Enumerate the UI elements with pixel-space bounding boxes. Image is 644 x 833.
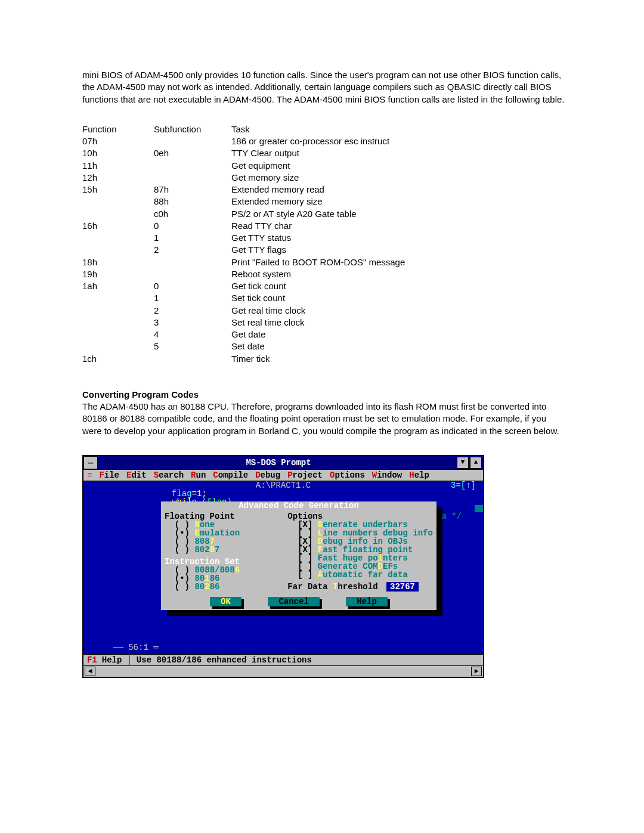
far-data-threshold-input[interactable]: 32767	[386, 582, 419, 592]
trailing-text: ta */	[436, 512, 462, 521]
menu-compile[interactable]: Compile	[213, 470, 248, 480]
checkbox-generate-comdefs[interactable]: [ ] Generate COMDEFs	[287, 562, 433, 571]
horizontal-scrollbar[interactable]: ◄ ►	[83, 665, 483, 677]
table-row: 4Get date	[82, 329, 411, 340]
table-row: 5Set date	[82, 340, 411, 352]
radio-fp-none[interactable]: ( ) None	[165, 521, 277, 529]
menu-system-icon[interactable]: ≡	[87, 471, 92, 479]
window-title: MS-DOS Prompt	[100, 459, 457, 467]
table-row: c0hPS/2 or AT style A20 Gate table	[82, 208, 411, 220]
table-row: 19hReboot system	[82, 268, 411, 280]
table-row: 07h186 or greater co-processor esc instr…	[82, 135, 411, 147]
converting-heading: Converting Program Codes	[82, 389, 566, 401]
menu-file[interactable]: File	[99, 470, 119, 480]
scroll-right-icon[interactable]: ►	[471, 667, 482, 676]
cancel-button[interactable]: Cancel	[268, 597, 319, 606]
radio-instr-80186[interactable]: (•) 80186	[165, 574, 277, 583]
menu-search[interactable]: Search	[154, 470, 184, 480]
editor-client: A:\PRACT1.C 3=[↑] flag=1; while (flag) t…	[83, 481, 483, 654]
advanced-codegen-dialog: Advanced Code Generation Floating Point …	[161, 501, 436, 610]
scroll-left-icon[interactable]: ◄	[85, 667, 95, 676]
table-row: 15h87hExtended memory read	[82, 184, 411, 196]
checkbox-fast-huge-pointers[interactable]: [ ] Fast huge pointers	[287, 554, 433, 562]
radio-fp-emulation[interactable]: (•) Emulation	[165, 529, 277, 537]
file-label: A:\PRACT1.C	[256, 481, 311, 490]
menu-project[interactable]: Project	[287, 470, 323, 480]
window-number: 3=[↑]	[451, 481, 476, 490]
table-row: 88hExtended memory size	[82, 196, 411, 208]
menu-help[interactable]: Help	[409, 470, 429, 480]
statusbar: F1 Help │ Use 80188/186 enhanced instruc…	[83, 654, 483, 665]
minimize-button[interactable]: ▼	[457, 457, 469, 469]
menu-options[interactable]: Options	[330, 470, 365, 480]
menu-window[interactable]: Window	[372, 470, 402, 480]
radio-instr-8088-8086[interactable]: ( ) 8088/8086	[165, 566, 277, 574]
table-row: 2Get real time clock	[82, 305, 411, 317]
bios-function-table: Function Subfunction Task 07h186 or grea…	[82, 123, 411, 365]
checkbox-automatic-far-data[interactable]: [ ] Automatic far data	[287, 571, 433, 579]
help-button[interactable]: Help	[346, 597, 388, 606]
status-f1: F1	[87, 656, 97, 664]
floating-point-header: Floating Point	[165, 512, 277, 521]
converting-paragraph: The ADAM-4500 has an 80188 CPU. Therefor…	[82, 401, 566, 437]
table-row: 12hGet memory size	[82, 172, 411, 184]
table-row: 1Get TTY status	[82, 232, 411, 244]
dos-window: — MS-DOS Prompt ▼ ▲ ≡ FileEditSearchRunC…	[82, 455, 484, 678]
th-subfunction: Subfunction	[154, 123, 231, 135]
menubar: ≡ FileEditSearchRunCompileDebugProjectOp…	[83, 470, 483, 481]
checkbox-line-numbers-debug-info[interactable]: [ ] Line numbers debug info	[287, 529, 433, 537]
cursor-position: ── 56:1 ═	[113, 643, 159, 652]
th-function: Function	[82, 123, 154, 135]
radio-fp-8087[interactable]: ( ) 8087	[165, 537, 277, 546]
table-row: 1ah0Get tick count	[82, 280, 411, 292]
table-row: 10h0ehTTY Clear output	[82, 147, 411, 159]
menu-debug[interactable]: Debug	[255, 470, 280, 480]
table-row: 2Get TTY flags	[82, 244, 411, 256]
checkbox-fast-floating-point[interactable]: [X] Fast floating point	[287, 546, 433, 554]
intro-paragraph: mini BIOS of ADAM-4500 only provides 10 …	[82, 69, 566, 106]
titlebar: — MS-DOS Prompt ▼ ▲	[83, 456, 483, 470]
maximize-button[interactable]: ▲	[470, 457, 482, 469]
table-row: 11hGet equipment	[82, 160, 411, 172]
system-menu-icon[interactable]: —	[83, 456, 98, 469]
menu-edit[interactable]: Edit	[126, 470, 147, 480]
table-row: 16h0Read TTY char	[82, 220, 411, 232]
radio-instr-80286[interactable]: ( ) 80286	[165, 583, 277, 591]
status-message: Use 80188/186 enhanced instructions	[137, 656, 312, 664]
table-row: 1Set tick count	[82, 292, 411, 304]
table-row: 3Set real time clock	[82, 317, 411, 329]
scrollbar-thumb[interactable]	[475, 505, 483, 512]
instruction-set-header: Instruction Set	[165, 558, 277, 566]
table-row: 1chTimer tick	[82, 353, 411, 365]
dialog-title: Advanced Code Generation	[161, 501, 436, 510]
menu-run[interactable]: Run	[191, 470, 206, 480]
radio-fp-80287[interactable]: ( ) 80287	[165, 546, 277, 554]
options-header: Options	[287, 512, 433, 521]
status-help: Help	[102, 656, 122, 664]
far-data-threshold-row: Far Data Threshold 32767	[287, 583, 433, 591]
checkbox-debug-info-in-objs[interactable]: [X] Debug info in OBJs	[287, 537, 433, 546]
th-task: Task	[231, 123, 411, 135]
table-header-row: Function Subfunction Task	[82, 123, 411, 135]
ok-button[interactable]: OK	[210, 597, 242, 606]
checkbox-generate-underbars[interactable]: [X] Generate underbars	[287, 521, 433, 529]
table-row: 18hPrint "Failed to BOOT ROM-DOS" messag…	[82, 256, 411, 268]
